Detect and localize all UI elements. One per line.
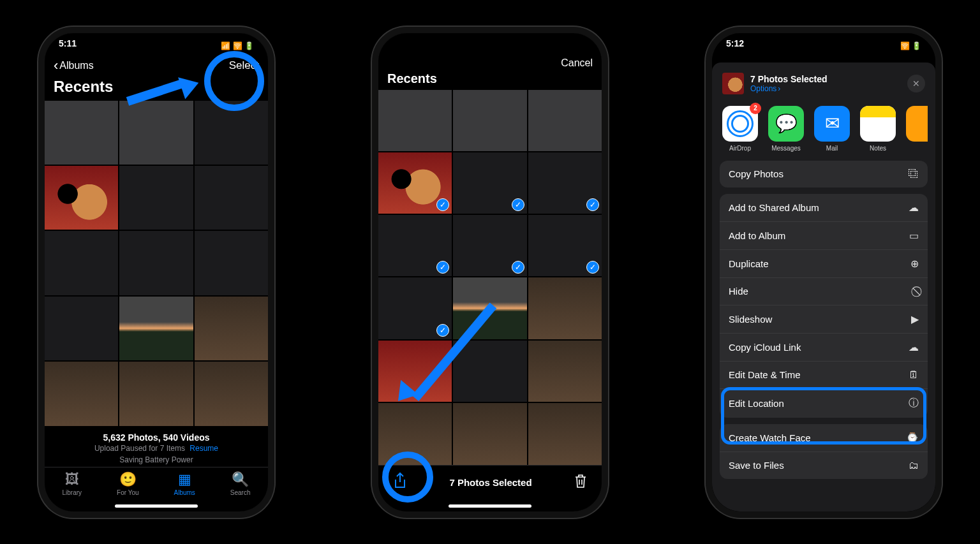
copy-icon: ⿻	[909, 168, 919, 180]
tab-search[interactable]: 🔍Search	[230, 471, 251, 496]
page-title: Recents	[378, 71, 602, 90]
share-app-notes[interactable]: Notes	[860, 106, 896, 152]
library-icon: 🖼	[65, 471, 79, 488]
photo-thumb[interactable]	[119, 297, 193, 360]
action-watch-face[interactable]: Create Watch Face⌚	[720, 424, 928, 452]
folder-icon: 🗂	[909, 460, 919, 471]
photo-thumb[interactable]	[378, 403, 452, 464]
photo-thumb[interactable]	[119, 231, 193, 295]
share-sheet: 7 Photos Selected Options› ✕ 2 AirDrop 💬…	[712, 62, 935, 511]
photo-thumb[interactable]	[195, 166, 268, 230]
photo-thumb[interactable]	[195, 362, 268, 425]
photo-thumb[interactable]	[528, 90, 602, 151]
sheet-title: 7 Photos Selected	[750, 74, 828, 84]
clock: 5:12	[726, 38, 744, 54]
close-button[interactable]: ✕	[907, 75, 925, 92]
share-app-messages[interactable]: 💬 Messages	[768, 106, 804, 152]
select-button[interactable]: Select	[229, 59, 259, 72]
status-icons: 🛜 🔋	[900, 38, 921, 54]
photo-thumb[interactable]	[453, 403, 526, 464]
cancel-button[interactable]: Cancel	[561, 57, 593, 69]
home-indicator[interactable]	[449, 504, 531, 508]
share-button[interactable]	[392, 472, 408, 494]
check-icon: ✓	[436, 324, 449, 337]
action-shared-album[interactable]: Add to Shared Album☁	[720, 194, 928, 222]
share-app-airdrop[interactable]: 2 AirDrop	[722, 106, 758, 152]
photo-thumb[interactable]	[45, 362, 118, 425]
tab-library[interactable]: 🖼Library	[62, 471, 82, 496]
photo-thumb[interactable]: ✓	[453, 152, 526, 214]
photo-grid: ✓ ✓ ✓ ✓ ✓ ✓ ✓	[378, 90, 602, 465]
share-app-more[interactable]	[906, 106, 928, 152]
action-edit-location[interactable]: Edit Locationⓘ	[720, 389, 928, 418]
trash-icon	[574, 473, 588, 489]
resume-link[interactable]: Resume	[189, 444, 218, 453]
photo-thumb[interactable]: ✓	[378, 215, 452, 276]
photo-thumb[interactable]	[45, 297, 118, 360]
photo-thumb[interactable]	[378, 341, 452, 402]
share-app-mail[interactable]: ✉ Mail	[814, 106, 850, 152]
photo-thumb[interactable]: ✓	[378, 277, 452, 339]
delete-button[interactable]	[574, 473, 588, 492]
slideshow-icon: ▶	[911, 313, 919, 325]
upload-status: Upload Paused for 7 Items Resume	[45, 444, 268, 455]
phone-2: Cancel Recents ✓ ✓ ✓ ✓ ✓ ✓ ✓ 7 Ph	[372, 27, 608, 518]
photo-thumb[interactable]	[45, 231, 118, 295]
notch	[773, 33, 875, 50]
photo-thumb[interactable]: ✓	[453, 215, 526, 276]
back-button[interactable]: ‹ Albums	[54, 59, 94, 73]
more-icon	[906, 106, 928, 142]
status-icons: 📶 🛜 🔋	[221, 38, 254, 54]
phone-3: 5:12 🛜 🔋 7 Photos Selected Options› ✕ 2 …	[706, 27, 942, 518]
action-duplicate[interactable]: Duplicate⊕	[720, 250, 928, 278]
action-copy-photos[interactable]: Copy Photos⿻	[720, 161, 928, 187]
action-icloud-link[interactable]: Copy iCloud Link☁	[720, 334, 928, 362]
notch	[439, 33, 541, 50]
photo-thumb[interactable]	[119, 166, 193, 230]
album-icon: ▭	[909, 230, 919, 242]
photo-thumb[interactable]: ✓	[528, 152, 602, 214]
tab-albums[interactable]: ▦Albums	[174, 471, 195, 496]
share-icon	[392, 472, 408, 490]
photo-thumb[interactable]	[378, 90, 452, 151]
photo-thumb[interactable]	[195, 101, 268, 165]
albums-icon: ▦	[178, 471, 191, 488]
photo-thumb[interactable]: ✓	[378, 152, 452, 214]
actions-list: Copy Photos⿻ Add to Shared Album☁ Add to…	[720, 161, 928, 511]
mail-icon: ✉	[814, 106, 850, 142]
check-icon: ✓	[436, 261, 449, 274]
duplicate-icon: ⊕	[910, 258, 919, 270]
photo-thumb[interactable]	[195, 297, 268, 360]
action-slideshow[interactable]: Slideshow▶	[720, 305, 928, 334]
photo-thumb[interactable]	[119, 101, 193, 165]
check-icon: ✓	[586, 261, 599, 274]
photo-thumb[interactable]	[528, 277, 602, 339]
badge: 2	[750, 103, 761, 114]
tab-foryou[interactable]: 🙂For You	[117, 471, 138, 496]
photo-thumb[interactable]	[45, 166, 118, 230]
page-title: Recents	[45, 75, 268, 101]
chevron-right-icon: ›	[778, 84, 780, 93]
check-icon: ✓	[512, 261, 524, 274]
photo-thumb[interactable]	[453, 341, 526, 402]
action-add-album[interactable]: Add to Album▭	[720, 222, 928, 250]
photo-thumb[interactable]	[119, 362, 193, 425]
action-edit-datetime[interactable]: Edit Date & Time🗓	[720, 362, 928, 389]
back-label: Albums	[59, 60, 93, 71]
photo-thumb[interactable]	[453, 277, 526, 339]
options-link[interactable]: Options›	[750, 84, 828, 93]
home-indicator[interactable]	[115, 504, 198, 508]
photo-thumb[interactable]	[453, 90, 526, 151]
photo-thumb[interactable]	[195, 231, 268, 295]
chevron-left-icon: ‹	[54, 59, 58, 73]
sheet-thumbnail	[722, 73, 744, 94]
photo-thumb[interactable]	[45, 101, 118, 165]
action-save-files[interactable]: Save to Files🗂	[720, 452, 928, 479]
shared-album-icon: ☁	[909, 202, 919, 214]
search-icon: 🔍	[232, 471, 249, 488]
photo-thumb[interactable]: ✓	[528, 215, 602, 276]
action-hide[interactable]: Hide⃠	[720, 278, 928, 305]
check-icon: ✓	[586, 198, 599, 211]
photo-thumb[interactable]	[528, 341, 602, 402]
photo-thumb[interactable]	[528, 403, 602, 464]
